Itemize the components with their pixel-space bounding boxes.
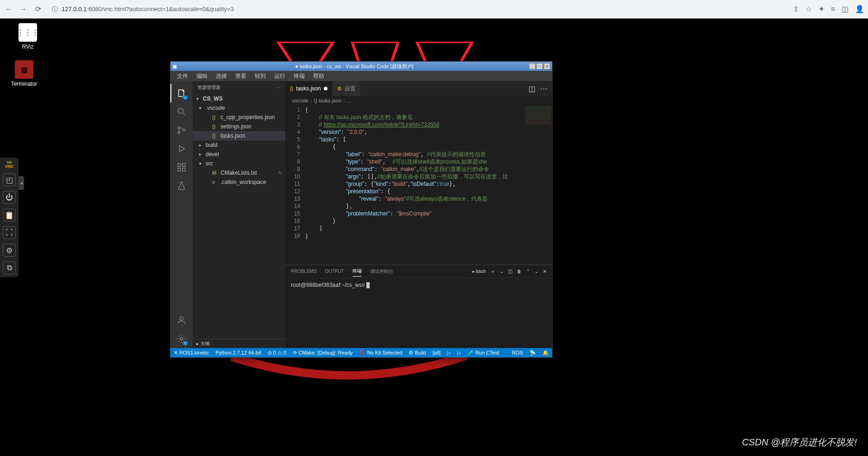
- activity-scm[interactable]: [170, 121, 193, 139]
- tree-item-c-cpp-properties-json[interactable]: {}c_cpp_properties.json: [193, 113, 285, 122]
- status-item[interactable]: 🔔: [539, 350, 552, 356]
- profile-icon[interactable]: 👤: [855, 5, 864, 13]
- tree-item-build[interactable]: ▸build: [193, 140, 285, 150]
- reading-list-icon[interactable]: ≡: [831, 5, 835, 13]
- maximize-button[interactable]: □: [536, 63, 543, 70]
- panel-tab-output[interactable]: OUTPUT: [325, 267, 344, 276]
- activity-account[interactable]: [170, 311, 193, 329]
- status-item[interactable]: ▷: [444, 350, 454, 356]
- panel-maximize-icon[interactable]: ⌃: [526, 269, 530, 274]
- activity-search[interactable]: [170, 102, 193, 121]
- menu-selection[interactable]: 选择: [212, 71, 231, 81]
- remote-desktop: ⋮⋮⋮ RViz ▦ Terminator noVNC ◰ ⏻ 📋 ⛶ ⚙ ⧉ …: [0, 19, 868, 456]
- tab-more-icon[interactable]: ⋯: [540, 84, 547, 93]
- breadcrumb-segment[interactable]: .vscode: [291, 98, 308, 103]
- minimize-button[interactable]: _: [529, 63, 535, 70]
- status-item[interactable]: ⟳ CMake: [Debug]: Ready: [289, 350, 356, 356]
- split-editor-icon[interactable]: ◫: [528, 84, 535, 93]
- tree-item-tasks-json[interactable]: {}tasks.json: [193, 131, 285, 140]
- status-bar: ✕ ROS1.kineticPython 2.7.12 64-bit⊘ 0 ⚠ …: [170, 348, 552, 357]
- status-item[interactable]: ⚙ Build: [405, 350, 429, 356]
- status-item[interactable]: ROS: [509, 350, 526, 355]
- novnc-power-icon[interactable]: ⏻: [3, 191, 16, 204]
- extensions-icon[interactable]: ✦: [818, 5, 824, 13]
- panel-tab-terminal[interactable]: 终端: [352, 266, 362, 277]
- desktop-icon-rviz[interactable]: ⋮⋮⋮ RViz: [9, 23, 46, 50]
- menu-edit[interactable]: 编辑: [193, 71, 211, 81]
- tab-settings[interactable]: ⚙ 设置: [333, 81, 361, 96]
- tree-item--catkin-workspace[interactable]: ≡.catkin_workspace: [193, 177, 285, 187]
- terminator-icon: ▦: [15, 60, 33, 79]
- status-item[interactable]: 🧪 Run CTest: [464, 350, 502, 356]
- novnc-clipboard-icon[interactable]: 📋: [3, 209, 16, 222]
- code-content[interactable]: { // 有关 tasks.json 格式的文档，请参见 // https://…: [306, 105, 524, 265]
- forward-button[interactable]: →: [19, 5, 28, 14]
- code-editor[interactable]: 123456789101112131415161718 { // 有关 task…: [285, 105, 552, 265]
- new-terminal-icon[interactable]: ＋: [491, 268, 495, 275]
- activity-testing[interactable]: [170, 177, 193, 195]
- status-item[interactable]: 📡: [526, 350, 539, 356]
- explorer-badge: 1: [182, 95, 188, 100]
- kill-terminal-icon[interactable]: 🗑: [517, 269, 522, 274]
- svg-rect-8: [182, 164, 185, 166]
- tree-item-settings-json[interactable]: {}settings.json: [193, 122, 285, 131]
- sidepanel-icon[interactable]: ◫: [842, 5, 849, 13]
- menu-view[interactable]: 查看: [232, 71, 250, 81]
- terminal-dropdown-icon[interactable]: ⌄: [500, 269, 503, 274]
- activity-debug[interactable]: [170, 139, 193, 158]
- url-host: 127.0.0.1: [62, 6, 87, 13]
- info-icon: ⓘ: [52, 5, 58, 13]
- novnc-drag-icon[interactable]: ◰: [3, 173, 16, 186]
- svg-point-3: [178, 108, 183, 114]
- close-button[interactable]: ✕: [544, 63, 550, 70]
- reload-button[interactable]: ⟳: [33, 5, 43, 14]
- breadcrumb[interactable]: .vscode › {} tasks.json › ...: [285, 96, 552, 105]
- terminal-shell-label[interactable]: ▸ bash: [472, 269, 486, 274]
- menu-help[interactable]: 帮助: [309, 71, 328, 81]
- menu-go[interactable]: 转到: [251, 71, 270, 81]
- novnc-panel: noVNC ◰ ⏻ 📋 ⛶ ⚙ ⧉: [0, 158, 19, 277]
- address-bar[interactable]: ⓘ 127.0.0.1:6080/vnc.html?autoconnect=1&…: [48, 3, 787, 15]
- tree-item-src[interactable]: ▾src: [193, 159, 285, 168]
- novnc-settings-icon[interactable]: ⚙: [3, 244, 16, 257]
- tree-item-devel[interactable]: ▸devel: [193, 150, 285, 159]
- activity-extensions[interactable]: [170, 158, 193, 177]
- status-item[interactable]: [all]: [429, 350, 444, 355]
- novnc-disconnect-icon[interactable]: ⧉: [3, 261, 16, 274]
- vscode-window: ▣ ● tasks.json - cs_ws - Visual Studio C…: [170, 61, 553, 358]
- share-icon[interactable]: ⇪: [793, 5, 799, 13]
- tree-root[interactable]: ▾CS_WS: [193, 94, 285, 103]
- back-button[interactable]: ←: [4, 5, 13, 14]
- menu-file[interactable]: 文件: [173, 71, 192, 81]
- panel-tab-debug-console[interactable]: 调试控制台: [370, 266, 393, 277]
- menu-terminal[interactable]: 终端: [290, 71, 308, 81]
- activity-explorer[interactable]: 1: [170, 84, 193, 102]
- desktop-icon-terminator[interactable]: ▦ Terminator: [6, 60, 43, 87]
- menu-run[interactable]: 运行: [270, 71, 289, 81]
- status-item[interactable]: ▷: [454, 350, 464, 356]
- panel-close-icon[interactable]: ✕: [543, 269, 547, 274]
- star-icon[interactable]: ☆: [805, 5, 812, 13]
- tree-item-cmakelists-txt[interactable]: MCMakeLists.txt⤷: [193, 168, 285, 177]
- breadcrumb-segment[interactable]: ...: [347, 98, 351, 103]
- status-item[interactable]: Python 2.7.12 64-bit: [212, 350, 264, 355]
- status-item[interactable]: ⊘ 0 ⚠ 0: [264, 350, 289, 356]
- split-terminal-icon[interactable]: ◫: [508, 269, 512, 274]
- activity-settings[interactable]: 1: [170, 329, 193, 348]
- outline-section[interactable]: ▸大纲: [193, 339, 285, 348]
- sidebar-more-icon[interactable]: ⋯: [276, 85, 281, 90]
- panel-tab-problems[interactable]: PROBLEMS: [291, 267, 317, 276]
- svg-point-4: [178, 127, 180, 129]
- tree-root-label: CS_WS: [203, 95, 223, 102]
- breadcrumb-segment[interactable]: {} tasks.json: [314, 98, 341, 103]
- status-item[interactable]: ✕ ROS1.kinetic: [170, 350, 212, 356]
- terminal[interactable]: root@988bef363aaf:~/cs_ws#: [285, 278, 552, 348]
- novnc-fullscreen-icon[interactable]: ⛶: [3, 226, 16, 239]
- tree-item--vscode[interactable]: ▾.vscode: [193, 103, 285, 113]
- novnc-collapse-handle[interactable]: ◀: [19, 176, 24, 190]
- status-item[interactable]: 🚫 No Kit Selected: [356, 350, 406, 356]
- minimap[interactable]: [524, 105, 552, 265]
- tab-tasks-json[interactable]: {} tasks.json: [285, 81, 333, 96]
- panel-hide-icon[interactable]: ⌄: [535, 269, 538, 274]
- window-titlebar[interactable]: ▣ ● tasks.json - cs_ws - Visual Studio C…: [170, 62, 552, 71]
